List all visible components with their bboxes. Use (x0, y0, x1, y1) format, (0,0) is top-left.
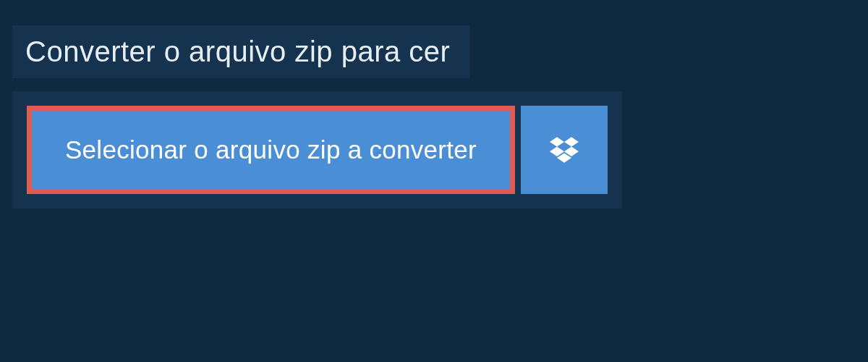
dropbox-button[interactable] (521, 106, 608, 194)
select-file-button[interactable]: Selecionar o arquivo zip a converter (27, 106, 515, 194)
header-bar: Converter o arquivo zip para cer (12, 25, 470, 78)
select-file-button-label: Selecionar o arquivo zip a converter (65, 135, 477, 164)
main-panel: Selecionar o arquivo zip a converter (12, 91, 622, 209)
page-title: Converter o arquivo zip para cer (25, 35, 450, 68)
dropbox-icon (550, 135, 579, 164)
